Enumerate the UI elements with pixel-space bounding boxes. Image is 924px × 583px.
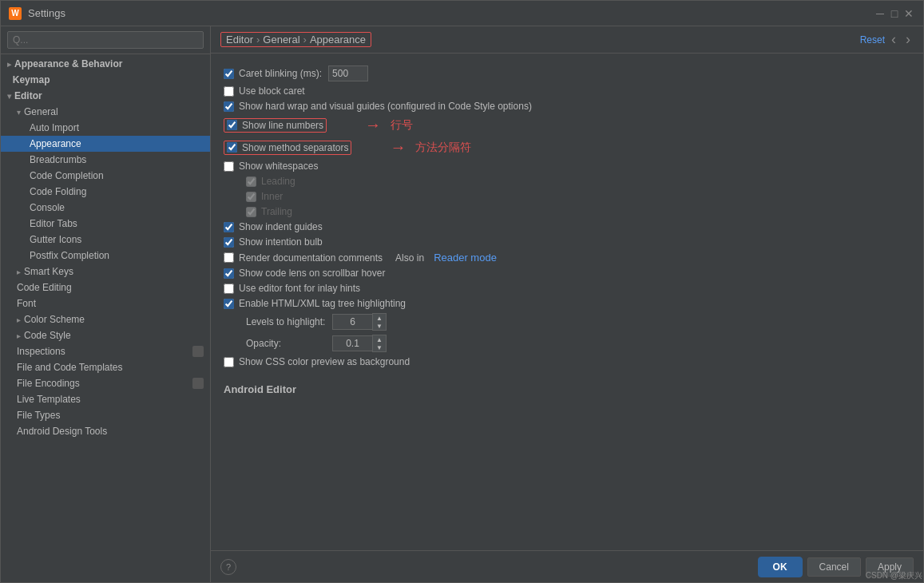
show-code-lens-checkbox[interactable] <box>224 268 234 279</box>
opacity-row: Opacity: ▲ ▼ <box>224 335 910 352</box>
sidebar-item-appearance[interactable]: Appearance <box>1 136 210 152</box>
sidebar-item-auto-import[interactable]: Auto Import <box>1 120 210 136</box>
sidebar-label: Inspections <box>17 346 65 357</box>
forward-button[interactable]: › <box>902 31 914 48</box>
sidebar-item-code-completion[interactable]: Code Completion <box>1 168 210 184</box>
leading-checkbox[interactable] <box>246 176 256 187</box>
show-line-numbers-checkbox[interactable] <box>227 120 237 130</box>
opacity-down-button[interactable]: ▼ <box>373 343 386 351</box>
minimize-button[interactable]: ─ <box>874 7 886 20</box>
caret-blinking-input[interactable] <box>328 65 368 81</box>
show-code-lens-label[interactable]: Show code lens on scrollbar hover <box>224 268 385 279</box>
watermark: CSDN @梁庆兴 <box>866 570 922 581</box>
show-hard-wrap-checkbox[interactable] <box>224 101 234 112</box>
show-whitespaces-text: Show whitespaces <box>239 161 318 172</box>
sidebar-label: Gutter Icons <box>30 234 81 245</box>
back-button[interactable]: ‹ <box>888 31 899 48</box>
window-title: Settings <box>28 7 874 19</box>
also-in-text: Also in <box>395 252 424 264</box>
use-block-caret-label[interactable]: Use block caret <box>224 85 305 97</box>
arrow-icon: ▸ <box>17 315 21 324</box>
cancel-button[interactable]: Cancel <box>807 557 861 577</box>
sidebar-item-general[interactable]: ▾ General <box>1 104 210 120</box>
sidebar-item-editor-tabs[interactable]: Editor Tabs <box>1 216 210 232</box>
show-whitespaces-row: Show whitespaces <box>224 161 910 172</box>
arrow-icon: ▸ <box>7 60 11 69</box>
arrow-icon <box>7 76 10 85</box>
content-area: ▸ Appearance & Behavior Keymap ▾ Editor … <box>1 26 923 582</box>
sidebar-label: Smart Keys <box>24 266 73 277</box>
sidebar-item-file-encodings[interactable]: File Encodings <box>1 375 210 391</box>
opacity-input[interactable] <box>332 335 372 351</box>
maximize-button[interactable]: □ <box>888 7 901 20</box>
enable-html-xml-checkbox[interactable] <box>224 299 234 309</box>
sidebar-item-keymap[interactable]: Keymap <box>1 72 210 88</box>
help-button[interactable]: ? <box>220 559 236 575</box>
sidebar-item-live-templates[interactable]: Live Templates <box>1 391 210 407</box>
trailing-row: Trailing <box>224 206 910 217</box>
sidebar-item-console[interactable]: Console <box>1 200 210 216</box>
reset-button[interactable]: Reset <box>860 34 885 46</box>
sidebar-item-file-types[interactable]: File Types <box>1 407 210 423</box>
sidebar-item-code-folding[interactable]: Code Folding <box>1 184 210 200</box>
ok-button[interactable]: OK <box>758 557 803 577</box>
reader-mode-link[interactable]: Reader mode <box>434 252 497 264</box>
levels-input[interactable] <box>332 314 372 330</box>
show-intention-bulb-label[interactable]: Show intention bulb <box>224 236 323 248</box>
show-whitespaces-checkbox[interactable] <box>224 161 234 172</box>
sidebar-item-postfix-completion[interactable]: Postfix Completion <box>1 248 210 264</box>
show-hard-wrap-label[interactable]: Show hard wrap and visual guides (config… <box>224 101 532 112</box>
main-panel: Editor › General › Appearance Reset ‹ › <box>211 26 923 582</box>
caret-blinking-checkbox[interactable] <box>224 69 234 79</box>
sidebar-item-color-scheme[interactable]: ▸ Color Scheme <box>1 311 210 327</box>
trailing-label[interactable]: Trailing <box>246 206 292 217</box>
leading-label[interactable]: Leading <box>246 176 295 187</box>
sidebar-item-code-style[interactable]: ▸ Code Style <box>1 327 210 343</box>
sidebar-item-breadcrumbs[interactable]: Breadcrumbs <box>1 152 210 168</box>
inner-label[interactable]: Inner <box>246 191 283 202</box>
show-method-separators-label[interactable]: Show method separators <box>227 142 348 153</box>
render-doc-comments-label[interactable]: Render documentation comments <box>224 252 383 264</box>
levels-up-button[interactable]: ▲ <box>373 314 386 322</box>
sidebar-item-inspections[interactable]: Inspections <box>1 343 210 359</box>
close-button[interactable]: ✕ <box>902 7 915 20</box>
show-line-numbers-label[interactable]: Show line numbers <box>227 120 323 131</box>
sidebar-label: Live Templates <box>17 394 81 405</box>
show-intention-bulb-checkbox[interactable] <box>224 237 234 248</box>
inspections-badge <box>192 346 204 357</box>
sidebar-item-font[interactable]: Font <box>1 295 210 311</box>
caret-blinking-row: Caret blinking (ms): <box>224 65 910 81</box>
use-block-caret-checkbox[interactable] <box>224 86 234 97</box>
show-css-color-checkbox[interactable] <box>224 357 234 367</box>
caret-blinking-checkbox-label[interactable]: Caret blinking (ms): <box>224 68 322 79</box>
sidebar-item-gutter-icons[interactable]: Gutter Icons <box>1 232 210 248</box>
show-line-numbers-row: Show line numbers → 行号 <box>224 116 910 134</box>
trailing-checkbox[interactable] <box>246 207 256 217</box>
inner-checkbox[interactable] <box>246 192 256 202</box>
show-line-numbers-text: Show line numbers <box>242 120 323 131</box>
breadcrumb-bar: Editor › General › Appearance Reset ‹ › <box>211 26 923 54</box>
sidebar-item-appearance-behavior[interactable]: ▸ Appearance & Behavior <box>1 56 210 72</box>
sidebar-item-code-editing[interactable]: Code Editing <box>1 280 210 295</box>
show-css-color-label[interactable]: Show CSS color preview as background <box>224 356 410 367</box>
render-doc-comments-checkbox[interactable] <box>224 252 234 263</box>
use-editor-font-checkbox[interactable] <box>224 284 234 294</box>
sidebar-item-editor[interactable]: ▾ Editor <box>1 88 210 104</box>
show-indent-guides-checkbox[interactable] <box>224 222 234 232</box>
search-input[interactable] <box>7 31 204 49</box>
sidebar-item-android-design-tools[interactable]: Android Design Tools <box>1 423 210 439</box>
sidebar-label: Editor Tabs <box>30 218 77 229</box>
levels-down-button[interactable]: ▼ <box>373 322 386 330</box>
sidebar: ▸ Appearance & Behavior Keymap ▾ Editor … <box>1 26 211 582</box>
show-code-lens-text: Show code lens on scrollbar hover <box>239 268 385 279</box>
enable-html-xml-label[interactable]: Enable HTML/XML tag tree highlighting <box>224 298 406 309</box>
sidebar-label: Appearance & Behavior <box>14 58 122 69</box>
show-indent-guides-label[interactable]: Show indent guides <box>224 221 323 232</box>
show-whitespaces-label[interactable]: Show whitespaces <box>224 161 318 172</box>
show-method-separators-checkbox[interactable] <box>227 142 237 153</box>
use-editor-font-label[interactable]: Use editor font for inlay hints <box>224 283 360 294</box>
file-encodings-badge <box>192 378 204 389</box>
sidebar-item-file-code-templates[interactable]: File and Code Templates <box>1 359 210 375</box>
sidebar-item-smart-keys[interactable]: ▸ Smart Keys <box>1 264 210 280</box>
opacity-up-button[interactable]: ▲ <box>373 335 386 343</box>
